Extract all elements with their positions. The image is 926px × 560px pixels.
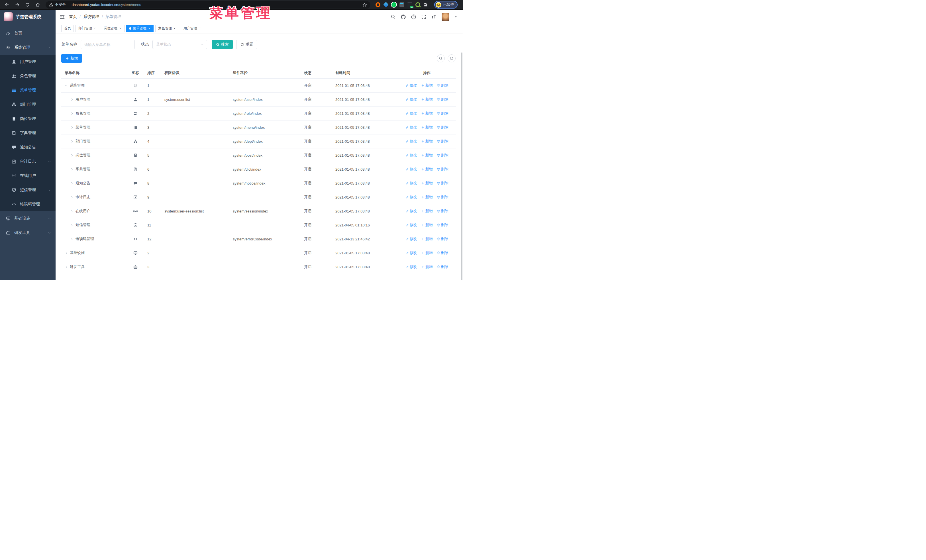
close-tab-icon[interactable] [173,27,176,30]
add-link[interactable]: 新增 [421,167,433,172]
edit-link[interactable]: 修改 [406,125,417,130]
home-icon[interactable] [33,1,42,9]
expander-icon[interactable] [70,98,74,101]
extension-icon[interactable]: ✓ [392,2,396,7]
fullscreen-icon[interactable] [421,14,426,20]
edit-link[interactable]: 修改 [406,195,417,200]
edit-link[interactable]: 修改 [406,111,417,116]
edit-link[interactable]: 修改 [406,152,417,158]
sidebar-item-errcode[interactable]: 错误码管理 [0,197,56,211]
extensions-puzzle-icon[interactable] [424,2,428,7]
search-button[interactable]: 搜索 [212,40,233,49]
menu-name-input[interactable] [81,40,135,49]
delete-link[interactable]: 删除 [437,222,448,228]
sidebar-item-infra[interactable]: 基础设施 [0,211,56,226]
delete-link[interactable]: 删除 [437,125,448,130]
sidebar-item-audit[interactable]: 审计日志 [0,154,56,169]
extension-icon[interactable] [415,2,420,7]
font-size-icon[interactable] [431,14,437,20]
expander-icon[interactable] [70,126,74,129]
status-select[interactable]: 菜单状态 [153,40,207,49]
expander-icon[interactable] [70,210,74,213]
security-label[interactable]: 不安全 [55,2,66,7]
bookmark-star-icon[interactable] [362,3,367,7]
tab-首页[interactable]: 首页 [61,25,74,32]
url-text[interactable]: dashboard.yudao.iocoder.cn/system/menu [72,3,141,7]
edit-link[interactable]: 修改 [406,208,417,214]
expander-icon[interactable] [70,112,74,115]
tab-用户管理[interactable]: 用户管理 [181,25,204,32]
add-link[interactable]: 新增 [421,208,433,214]
delete-link[interactable]: 删除 [437,264,448,269]
toggle-search-button[interactable] [437,54,445,62]
tab-角色管理[interactable]: 角色管理 [155,25,179,32]
back-icon[interactable] [3,1,11,9]
sidebar-item-dev[interactable]: 研发工具 [0,226,56,240]
scrollbar[interactable] [461,53,462,280]
add-link[interactable]: 新增 [421,264,433,269]
add-link[interactable]: 新增 [421,236,433,242]
expander-icon[interactable] [65,84,68,87]
url-bar[interactable]: 不安全 dashboard.yudao.iocoder.cn/system/me… [45,1,371,9]
edit-link[interactable]: 修改 [406,97,417,102]
edit-link[interactable]: 修改 [406,236,417,242]
profile-paused-badge[interactable]: 已暂停 [434,1,458,9]
collapse-sidebar-icon[interactable] [59,14,65,20]
delete-link[interactable]: 删除 [437,195,448,200]
sidebar-item-sms[interactable]: 短信管理 [0,183,56,197]
delete-link[interactable]: 删除 [437,97,448,102]
edit-link[interactable]: 修改 [406,222,417,228]
sidebar-item-menu[interactable]: 菜单管理 [0,83,56,97]
sidebar-item-gauge[interactable]: 首页 [0,26,56,41]
github-icon[interactable] [401,14,406,20]
delete-link[interactable]: 删除 [437,181,448,186]
add-link[interactable]: 新增 [421,139,433,144]
sidebar-item-post[interactable]: 岗位管理 [0,112,56,126]
sidebar-item-user[interactable]: 用户管理 [0,55,56,69]
sidebar-item-notice[interactable]: 通知公告 [0,140,56,154]
add-link[interactable]: 新增 [421,152,433,158]
app-logo-row[interactable]: 芋道管理系统 [0,10,56,24]
breadcrumb-item[interactable]: 系统管理 [83,14,99,20]
add-button[interactable]: 新增 [61,54,82,63]
tab-菜单管理[interactable]: 菜单管理 [126,25,154,32]
delete-link[interactable]: 删除 [437,152,448,158]
edit-link[interactable]: 修改 [406,251,417,255]
close-tab-icon[interactable] [94,27,96,30]
sidebar-item-users[interactable]: 角色管理 [0,69,56,83]
edit-link[interactable]: 修改 [406,264,417,269]
edit-link[interactable]: 修改 [406,181,417,186]
sidebar-item-online[interactable]: 在线用户 [0,169,56,183]
edit-link[interactable]: 修改 [406,167,417,172]
add-link[interactable]: 新增 [421,181,433,186]
close-tab-icon[interactable] [119,27,122,30]
close-tab-icon[interactable] [198,27,201,30]
add-link[interactable]: 新增 [421,195,433,200]
extension-icon[interactable] [399,2,404,7]
sidebar-item-dict[interactable]: 字典管理 [0,126,56,140]
expander-icon[interactable] [70,182,74,185]
add-link[interactable]: 新增 [421,111,433,116]
help-icon[interactable] [411,14,416,20]
delete-link[interactable]: 删除 [437,251,448,255]
sidebar-item-tree[interactable]: 部门管理 [0,97,56,112]
close-tab-icon[interactable] [148,27,151,30]
edit-link[interactable]: 修改 [406,83,417,88]
tab-岗位管理[interactable]: 岗位管理 [101,25,124,32]
header-search-icon[interactable] [390,14,396,20]
delete-link[interactable]: 删除 [437,236,448,242]
add-link[interactable]: 新增 [421,125,433,130]
sidebar-item-gear[interactable]: 系统管理 [0,41,56,55]
add-link[interactable]: 新增 [421,222,433,228]
add-link[interactable]: 新增 [421,97,433,102]
expander-icon[interactable] [65,252,68,255]
delete-link[interactable]: 删除 [437,167,448,172]
delete-link[interactable]: 删除 [437,111,448,116]
delete-link[interactable]: 删除 [437,208,448,214]
add-link[interactable]: 新增 [421,251,433,255]
expander-icon[interactable] [70,140,74,143]
expander-icon[interactable] [70,154,74,157]
delete-link[interactable]: 删除 [437,139,448,144]
expander-icon[interactable] [70,237,74,241]
reset-button[interactable]: 重置 [236,40,257,49]
